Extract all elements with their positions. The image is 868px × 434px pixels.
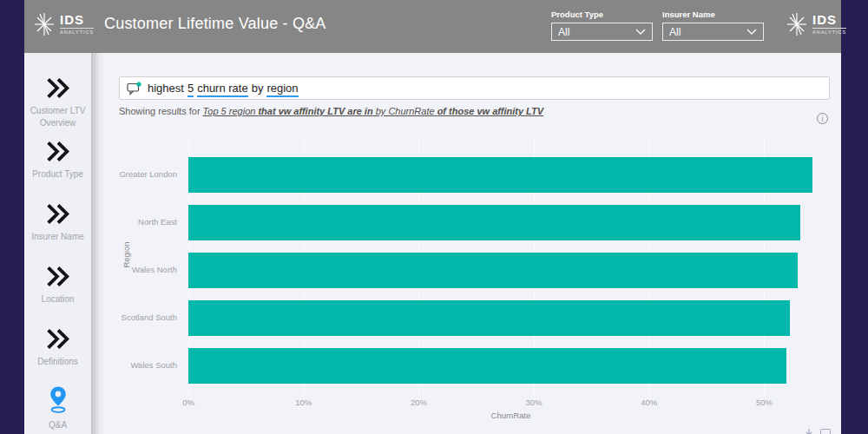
sidebar-item-label: Definitions [36,356,80,368]
x-tick-label: 30% [512,398,556,407]
qa-question-input[interactable]: highest5churn ratebyregion [119,76,830,100]
double-chevron-right-icon [45,266,71,287]
x-axis-title: ChurnRate [188,411,833,420]
restatement-segment: that vw affinity LTV are in [258,106,372,116]
sidebar-item-label: Product Type [30,168,85,181]
double-chevron-right-icon [45,328,71,350]
restatement-line: Showing results for Top 5 region that vw… [119,106,543,116]
sidebar-item-q-a[interactable]: Q&A [24,385,91,431]
x-tick-label: 0% [167,398,210,407]
sidebar-item-label: Insurer Name [30,231,86,243]
qa-query-text: highest5churn ratebyregion [148,82,302,95]
filter-insurer-name: Insurer NameAll [662,10,764,41]
comment-icon[interactable] [820,429,831,434]
starburst-icon [786,11,808,37]
double-chevron-right-icon [45,141,71,162]
restatement-prefix: Showing results for [119,106,201,116]
visual-footer-icons [805,429,831,434]
y-category-label: Scotland South [103,312,183,322]
chevron-down-icon [746,29,757,35]
x-tick-label: 10% [282,398,326,407]
logo-name: IDS [60,13,94,29]
recognized-term[interactable]: churn rate [197,82,248,97]
logo-sub: ANALYTICS [812,30,846,36]
ids-logo-right: IDS ANALYTICS [786,11,846,37]
y-category-label: Wales North [103,265,183,274]
filter-product-type: Product TypeAll [551,10,653,41]
restatement-segment: Top 5 region [203,106,259,116]
logo-sub: ANALYTICS [60,30,94,36]
ids-logo: IDS ANALYTICS [33,11,94,37]
logo-name: IDS [812,13,846,29]
sidebar-item-definitions[interactable]: Definitions [24,328,91,368]
sidebar-item-location[interactable]: Location [24,266,91,306]
y-category-label: Wales South [103,360,183,370]
sidebar-scrollbar[interactable] [91,53,103,434]
bar-wales-north[interactable] [188,253,798,288]
filter-dropdown-insurer-name[interactable]: All [662,23,764,41]
filter-selected-value: All [669,26,681,38]
qa-speech-bubble-icon [127,82,141,95]
starburst-icon [33,11,56,37]
filter-label: Product Type [551,10,653,19]
x-tick-label: 20% [397,398,440,407]
query-word[interactable]: by [252,82,264,95]
chevron-down-icon [635,29,646,35]
query-word[interactable]: highest [148,82,184,95]
sidebar-item-label: Customer LTV Overview [24,105,91,128]
sidebar-item-customer-ltv-overview[interactable]: Customer LTV Overview [24,77,91,128]
main-content: highest5churn ratebyregion Showing resul… [103,53,841,434]
y-axis-title: Region [122,229,131,281]
y-category-label: Greater London [103,169,183,179]
filter-label: Insurer Name [662,10,764,19]
recognized-term[interactable]: 5 [187,82,194,97]
filter-selected-value: All [558,26,569,38]
bar-north-east[interactable] [188,205,800,240]
bar-scotland-south[interactable] [188,300,790,336]
recognized-term[interactable]: region [266,82,298,97]
restatement-segment: of those vw affinity LTV [437,106,543,116]
restatement-segment: by ChurnRate [373,106,437,116]
filter-dropdown-product-type[interactable]: All [551,23,653,41]
double-chevron-right-icon [45,203,71,225]
sidebar-item-insurer-name[interactable]: Insurer Name [24,203,91,243]
y-category-label: North East [103,217,183,227]
x-tick-label: 40% [628,398,671,407]
bar-wales-south[interactable] [188,348,786,384]
sidebar-item-product-type[interactable]: Product Type [24,141,91,181]
double-chevron-right-icon [45,77,71,99]
restatement-terms[interactable]: Top 5 region that vw affinity LTV are in… [203,106,543,116]
header: IDS ANALYTICS Customer Lifetime Value - … [24,0,841,53]
bar-greater-london[interactable] [188,157,812,193]
location-pin-icon [47,385,69,413]
x-tick-label: 50% [742,398,786,407]
sidebar-item-label: Location [40,293,76,306]
sidebar-item-label: Q&A [47,419,69,431]
sidebar-nav: Customer LTV OverviewProduct TypeInsurer… [24,53,91,434]
info-icon[interactable]: i [817,113,828,124]
bar-chart [188,136,833,388]
export-icon[interactable] [805,429,813,434]
page-title: Customer Lifetime Value - Q&A [104,15,326,33]
